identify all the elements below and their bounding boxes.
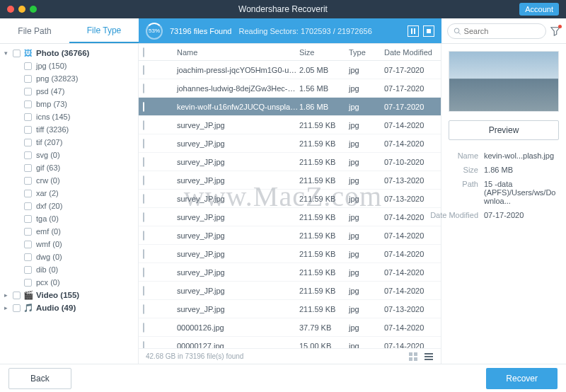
row-checkbox[interactable] (143, 157, 144, 167)
tree-root-photo[interactable]: ▾ 🖼 Photo (36766) (0, 47, 138, 59)
filetype-checkbox[interactable] (24, 126, 32, 134)
row-checkbox[interactable] (143, 267, 144, 277)
filetype-checkbox[interactable] (24, 151, 32, 159)
tree-item[interactable]: bmp (73) (0, 98, 138, 110)
filetype-checkbox[interactable] (24, 241, 32, 248)
table-row[interactable]: 00000127.jpg 15.00 KB jpg 07-14-2020 (139, 337, 441, 348)
row-checkbox[interactable] (143, 83, 144, 93)
tree-root-audio[interactable]: ▸ 🎵 Audio (49) (0, 301, 138, 314)
tree-item[interactable]: dib (0) (0, 263, 138, 276)
row-checkbox[interactable] (143, 323, 144, 333)
tree-item[interactable]: svg (0) (0, 149, 138, 161)
row-checkbox[interactable] (143, 231, 144, 241)
tree-item[interactable]: xar (2) (0, 187, 138, 200)
table-row[interactable]: survey_JP.jpg 211.59 KB jpg 07-13-2020 (139, 171, 441, 190)
table-row[interactable]: survey_JP.jpg 211.59 KB jpg 07-13-2020 (139, 190, 441, 208)
filetype-checkbox[interactable] (24, 215, 32, 223)
category-checkbox[interactable] (13, 292, 21, 299)
tree-item[interactable]: dwg (0) (0, 250, 138, 263)
search-input[interactable] (464, 27, 540, 35)
stop-button[interactable] (423, 25, 434, 37)
tree-item[interactable]: crw (0) (0, 174, 138, 187)
row-checkbox[interactable] (143, 102, 144, 112)
tree-item[interactable]: pcx (0) (0, 276, 138, 289)
filter-button[interactable] (550, 26, 560, 36)
table-row[interactable]: kevin-wolf-u16nfw2JUCQ-unsplash.jpg 1.86… (139, 98, 441, 116)
tree-item[interactable]: icns (145) (0, 110, 138, 123)
col-date[interactable]: Date Modified (384, 48, 441, 57)
row-checkbox[interactable] (143, 286, 144, 296)
tree-item[interactable]: png (32823) (0, 72, 138, 85)
maximize-icon[interactable] (30, 6, 37, 13)
search-box[interactable] (447, 23, 546, 39)
filetype-checkbox[interactable] (24, 190, 32, 197)
tab-file-type[interactable]: File Type (69, 18, 139, 43)
row-checkbox[interactable] (143, 139, 144, 149)
tree-item[interactable]: gif (63) (0, 161, 138, 174)
col-name[interactable]: Name (174, 48, 299, 57)
filetype-label: xar (2) (36, 189, 59, 197)
tree-item[interactable]: dxf (20) (0, 200, 138, 212)
minimize-icon[interactable] (18, 6, 25, 13)
tree-item[interactable]: psd (47) (0, 85, 138, 98)
filetype-label: dib (0) (36, 265, 58, 274)
table-row[interactable]: survey_JP.jpg 211.59 KB jpg 07-14-2020 (139, 208, 441, 226)
tree-item[interactable]: tif (207) (0, 136, 138, 149)
filetype-checkbox[interactable] (24, 279, 32, 287)
back-button[interactable]: Back (8, 368, 71, 389)
table-row[interactable]: survey_JP.jpg 211.59 KB jpg 07-14-2020 (139, 282, 441, 300)
table-row[interactable]: survey_JP.jpg 211.59 KB jpg 07-14-2020 (139, 116, 441, 134)
filetype-checkbox[interactable] (24, 228, 32, 236)
table-row[interactable]: survey_JP.jpg 211.59 KB jpg 07-14-2020 (139, 226, 441, 245)
file-name: 00000127.jpg (174, 342, 299, 349)
tree-item[interactable]: jpg (150) (0, 59, 138, 72)
tree-root-video[interactable]: ▸ 🎬 Video (155) (0, 289, 138, 301)
category-checkbox[interactable] (13, 50, 21, 57)
filetype-checkbox[interactable] (24, 88, 32, 96)
table-row[interactable]: johannes-ludwig-8dejZGw3Hec-unsplash.jpg… (139, 79, 441, 98)
row-checkbox[interactable] (143, 341, 144, 349)
row-checkbox[interactable] (143, 175, 144, 185)
filetype-checkbox[interactable] (24, 62, 32, 70)
table-row[interactable]: survey_JP.jpg 211.59 KB jpg 07-14-2020 (139, 134, 441, 153)
table-row[interactable]: survey_JP.jpg 211.59 KB jpg 07-14-2020 (139, 263, 441, 282)
filetype-checkbox[interactable] (24, 75, 32, 83)
tree-item[interactable]: tga (0) (0, 212, 138, 225)
filetype-checkbox[interactable] (24, 202, 32, 210)
account-button[interactable]: Account (519, 3, 559, 16)
filetype-checkbox[interactable] (24, 253, 32, 261)
row-checkbox[interactable] (143, 194, 144, 204)
col-type[interactable]: Type (349, 48, 384, 57)
row-checkbox[interactable] (143, 212, 144, 222)
table-row[interactable]: survey_JP.jpg 211.59 KB jpg 07-14-2020 (139, 245, 441, 263)
table-row[interactable]: survey_JP.jpg 211.59 KB jpg 07-13-2020 (139, 300, 441, 318)
tab-file-path[interactable]: File Path (0, 18, 69, 43)
filetype-checkbox[interactable] (24, 266, 32, 274)
tree-item[interactable]: tiff (3236) (0, 123, 138, 136)
table-row[interactable]: 00000126.jpg 37.79 KB jpg 07-14-2020 (139, 318, 441, 337)
filetype-checkbox[interactable] (24, 139, 32, 146)
pause-button[interactable] (408, 25, 419, 37)
category-checkbox[interactable] (13, 304, 21, 312)
close-icon[interactable] (7, 6, 14, 13)
row-checkbox[interactable] (143, 304, 144, 314)
filetype-checkbox[interactable] (24, 100, 32, 108)
col-size[interactable]: Size (299, 48, 349, 57)
table-row[interactable]: survey_JP.jpg 211.59 KB jpg 07-10-2020 (139, 153, 441, 171)
sidebar[interactable]: ▾ 🖼 Photo (36766) jpg (150) png (32823) … (0, 44, 139, 364)
preview-button[interactable]: Preview (449, 120, 559, 140)
list-view-icon[interactable] (424, 352, 434, 362)
list-body[interactable]: joachim-pressl-jqcYO5Hm1G0-unspl… 2.05 M… (139, 61, 441, 348)
row-checkbox[interactable] (143, 249, 144, 259)
filetype-checkbox[interactable] (24, 164, 32, 172)
table-row[interactable]: joachim-pressl-jqcYO5Hm1G0-unspl… 2.05 M… (139, 61, 441, 79)
filetype-checkbox[interactable] (24, 113, 32, 121)
tree-item[interactable]: emf (0) (0, 225, 138, 238)
row-checkbox[interactable] (143, 65, 144, 75)
grid-view-icon[interactable] (408, 352, 418, 362)
filetype-checkbox[interactable] (24, 177, 32, 185)
select-all-checkbox[interactable] (143, 47, 144, 57)
recover-button[interactable]: Recover (486, 368, 558, 389)
row-checkbox[interactable] (143, 120, 144, 130)
tree-item[interactable]: wmf (0) (0, 238, 138, 250)
